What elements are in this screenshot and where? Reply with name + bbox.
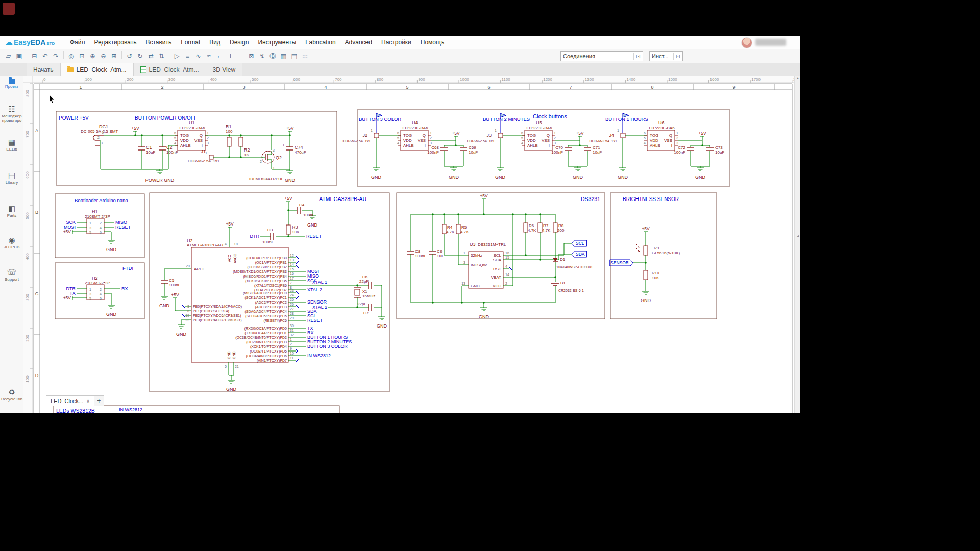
sidebar-item-library[interactable]: ▤Library: [0, 171, 23, 185]
svg-text:17: 17: [290, 277, 294, 280]
svg-text:13: 13: [461, 282, 465, 285]
svg-text:H1: H1: [92, 209, 98, 214]
svg-text:TTP223E-BA6: TTP223E-BA6: [648, 126, 675, 130]
zoom-icon[interactable]: ◎: [66, 51, 77, 61]
run-icon[interactable]: ▷: [172, 51, 182, 61]
print-icon[interactable]: ⊟: [29, 51, 40, 61]
sidebar-item-support[interactable]: ☏Support: [0, 268, 23, 282]
sidebar-item-recycle-bin[interactable]: ♻Recycle Bin: [0, 388, 23, 402]
flip-horizontal-icon[interactable]: ⇄: [145, 51, 156, 61]
svg-text:GND: GND: [227, 351, 231, 359]
flip-vertical-icon[interactable]: ⇅: [156, 51, 167, 61]
svg-text:5: 5: [397, 136, 399, 140]
logo-text-eda: EDA: [31, 38, 46, 46]
tools-picker-icon[interactable]: ⊡: [673, 53, 680, 60]
svg-text:A: A: [35, 128, 38, 133]
tools-input[interactable]: Инст... ⊡: [649, 51, 683, 61]
connections-input[interactable]: Соединения ⊡: [560, 51, 643, 61]
menu-item[interactable]: Инструменты: [253, 39, 301, 46]
save-icon[interactable]: ▣: [14, 51, 24, 61]
menu-item[interactable]: Файл: [65, 39, 90, 46]
svg-text:700: 700: [335, 77, 342, 82]
sidebar-item-eelib[interactable]: ▦EELib: [0, 138, 23, 152]
svg-text:(MISO0/RXD1/PTCXY)PB4: (MISO0/RXD1/PTCXY)PB4: [243, 274, 287, 279]
svg-text:5: 5: [89, 297, 91, 300]
svg-text:BUTTON 2 MINUTES: BUTTON 2 MINUTES: [483, 116, 530, 122]
svg-text:C: C: [35, 291, 39, 296]
svg-text:BUTTON 3 COLOR: BUTTON 3 COLOR: [307, 344, 348, 349]
svg-text:5: 5: [89, 231, 91, 234]
simulation-icon[interactable]: ↯: [257, 51, 267, 61]
svg-text:1600: 1600: [710, 77, 719, 82]
sidebar-item-lcsc-parts[interactable]: ◧Parts: [0, 204, 23, 218]
svg-text:GND: GND: [106, 312, 117, 317]
bom-icon[interactable]: Ⓑ: [267, 51, 278, 61]
share-icon[interactable]: ☷: [300, 51, 310, 61]
sidebar-item-design-manager[interactable]: ☷Менеджер проектиро: [0, 105, 23, 123]
menu-item[interactable]: Помощь: [416, 39, 449, 46]
doc-tab[interactable]: 3D View: [206, 63, 242, 77]
menu-item[interactable]: Настройки: [377, 39, 416, 46]
zoom-out-icon[interactable]: ⊖: [98, 51, 109, 61]
svg-text:1000: 1000: [460, 77, 469, 82]
svg-text:PE3(PTCXY/ADC7/T3/MOSI1): PE3(PTCXY/ADC7/T3/MOSI1): [193, 318, 242, 322]
rotate-left-icon[interactable]: ↺: [124, 51, 135, 61]
netflag-icon[interactable]: ⌐: [214, 51, 225, 61]
easyeda-logo[interactable]: ☁ Easy EDA STD: [5, 38, 65, 47]
logo-text-easy: Easy: [14, 38, 31, 46]
svg-text:R3: R3: [292, 224, 298, 230]
svg-text:+5V: +5V: [226, 221, 234, 227]
design-rule-icon[interactable]: ⊠: [246, 51, 257, 61]
menu-item[interactable]: Вид: [205, 39, 225, 46]
zoom-window-icon[interactable]: ⊡: [77, 51, 87, 61]
rotate-right-icon[interactable]: ↻: [135, 51, 145, 61]
schematic-canvas[interactable]: 0100200300400500600700800900100011001200…: [23, 76, 794, 413]
text-tool-icon[interactable]: T: [225, 51, 236, 61]
menu-item[interactable]: Fabrication: [301, 39, 340, 46]
svg-text:TTP223E-BA6: TTP223E-BA6: [402, 126, 428, 130]
align-icon[interactable]: ≡: [182, 51, 193, 61]
wire-icon[interactable]: ∿: [193, 51, 204, 61]
svg-text:4.7K: 4.7K: [446, 230, 455, 234]
doc-tab[interactable]: LED_Clock_Atm...: [61, 63, 134, 77]
svg-text:1: 1: [430, 131, 432, 135]
menu-item[interactable]: Advanced: [340, 39, 377, 46]
svg-text:2: 2: [430, 136, 432, 140]
svg-text:10uF: 10uF: [715, 150, 724, 155]
menu-item[interactable]: Редактировать: [90, 39, 141, 46]
sidebar-item-project-folder[interactable]: Проект: [0, 77, 23, 89]
svg-text:(CLKO/ICP1/PTCXY)PB0: (CLKO/ICP1/PTCXY)PB0: [246, 256, 287, 260]
svg-text:D1: D1: [560, 257, 566, 262]
doc-tab[interactable]: Начать: [27, 63, 61, 77]
svg-text:1: 1: [89, 288, 91, 291]
image-export-icon[interactable]: ▦: [278, 51, 289, 61]
bus-icon[interactable]: ≈: [204, 51, 214, 61]
zoom-in-icon[interactable]: ⊕: [87, 51, 98, 61]
svg-text:3: 3: [187, 305, 189, 308]
open-folder-icon[interactable]: ▱: [3, 51, 14, 61]
svg-text:5: 5: [406, 85, 408, 90]
svg-text:28: 28: [290, 312, 294, 315]
redo-icon[interactable]: ↷: [51, 51, 61, 61]
svg-text:32: 32: [290, 333, 294, 337]
menu-item[interactable]: Design: [225, 39, 253, 46]
connections-picker-icon[interactable]: ⊡: [633, 53, 641, 60]
sidebar-item-jlcpcb[interactable]: ◉JLCPCB: [0, 236, 23, 249]
svg-text:RX: RX: [121, 286, 128, 291]
doc-tab[interactable]: LED_Clock_Atm...: [134, 63, 206, 77]
svg-text:(RXD0/OC3A/PTCXY)PD0: (RXD0/OC3A/PTCXY)PD0: [244, 327, 287, 331]
user-avatar[interactable]: [741, 37, 752, 48]
svg-text:1: 1: [676, 131, 678, 135]
undo-icon[interactable]: ↶: [40, 51, 51, 61]
svg-text:H2: H2: [92, 276, 98, 281]
svg-text:800: 800: [377, 77, 384, 82]
svg-text:10K: 10K: [652, 276, 659, 280]
add-sheet-button[interactable]: +: [94, 397, 104, 405]
svg-text:0: 0: [43, 77, 46, 82]
toolbar-separator: [169, 51, 169, 59]
pan-icon[interactable]: ⊞: [109, 51, 119, 61]
layers-icon[interactable]: ▤: [289, 51, 300, 61]
menu-item[interactable]: Вставить: [141, 39, 176, 46]
menu-item[interactable]: Format: [176, 39, 205, 46]
sheet-tab[interactable]: LED_Clock... ∧: [46, 396, 94, 406]
